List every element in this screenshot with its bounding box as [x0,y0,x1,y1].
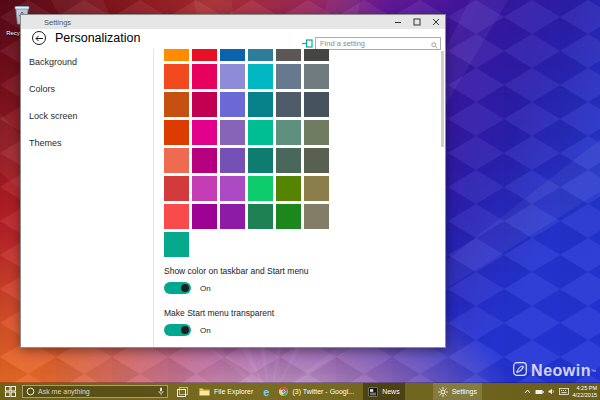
color-swatch[interactable] [192,148,217,173]
taskbar-button-label: File Explorer [214,388,253,395]
toggle-label-show-color: Show color on taskbar and Start menu [164,266,437,276]
scrollbar-thumb[interactable] [441,51,444,147]
color-swatch[interactable] [248,204,273,229]
tray-date: 4/22/2015 [573,392,597,399]
color-swatch[interactable] [248,120,273,145]
taskbar-search-placeholder: Ask me anything [38,388,158,395]
color-swatch[interactable] [164,176,189,201]
sidebar-item-background[interactable]: Background [21,49,152,76]
color-swatch[interactable] [276,49,301,61]
tray-expand-icon[interactable] [524,389,531,394]
taskbar-clock[interactable]: 4:25 PM 4/22/2015 [573,385,597,398]
toggle-label-transparent: Make Start menu transparent [164,308,437,318]
close-button[interactable] [426,15,445,29]
sidebar-divider [153,49,154,347]
titlebar[interactable]: Settings [21,15,445,29]
accent-color-palette [164,49,329,257]
taskbar-button-settings[interactable]: Settings [433,383,482,400]
color-swatch[interactable] [220,204,245,229]
color-swatch[interactable] [164,92,189,117]
color-swatch[interactable] [248,49,273,61]
close-icon [432,18,440,26]
windows-logo-icon [5,386,16,397]
color-swatch[interactable] [220,120,245,145]
color-swatch[interactable] [248,92,273,117]
color-swatch[interactable] [304,49,329,61]
color-swatch[interactable] [276,120,301,145]
color-swatch[interactable] [276,64,301,89]
color-swatch[interactable] [192,176,217,201]
maximize-button[interactable] [407,15,426,29]
taskbar-button-news[interactable]: News [363,383,405,400]
cortana-icon [26,387,35,396]
file-explorer-icon [199,387,210,396]
taskbar-button-label: (3) Twitter - Googl... [292,388,354,395]
color-swatch[interactable] [220,64,245,89]
color-swatch[interactable] [164,232,189,257]
color-swatch[interactable] [164,204,189,229]
taskbar-button-file-explorer[interactable]: File Explorer [194,383,258,400]
toggle-knob [181,326,189,334]
color-swatch[interactable] [220,92,245,117]
color-swatch[interactable] [164,64,189,89]
color-swatch[interactable] [248,64,273,89]
color-swatch[interactable] [164,49,189,61]
task-view-button[interactable] [177,387,188,397]
settings-window: Settings Personalization [20,14,446,348]
toggle-show-color[interactable] [164,282,191,294]
settings-gear-icon [438,387,448,397]
start-button[interactable] [0,383,20,400]
color-swatch[interactable] [220,49,245,61]
window-header: Personalization [21,29,445,49]
sidebar-item-colors[interactable]: Colors [21,76,152,103]
color-swatch[interactable] [276,92,301,117]
toggle-state-transparent: On [200,326,211,335]
color-swatch[interactable] [164,120,189,145]
color-swatch[interactable] [248,176,273,201]
desktop: Recycle Bin Neowin ™ Settings [0,0,600,400]
color-swatch[interactable] [164,148,189,173]
toggle-state-show-color: On [200,284,211,293]
color-swatch[interactable] [304,176,329,201]
color-swatch[interactable] [248,148,273,173]
neowin-logo-icon [513,362,527,380]
color-swatch[interactable] [276,204,301,229]
taskbar: Ask me anything File Explorer e [0,383,600,400]
color-swatch[interactable] [276,176,301,201]
color-swatch[interactable] [276,148,301,173]
touch-keyboard-icon[interactable] [559,388,569,395]
color-swatch[interactable] [192,120,217,145]
color-swatch[interactable] [220,176,245,201]
taskbar-search-box[interactable]: Ask me anything [22,385,168,398]
find-setting-searchbox[interactable] [315,32,441,45]
color-swatch[interactable] [304,92,329,117]
volume-icon[interactable] [548,388,555,395]
color-swatch[interactable] [192,64,217,89]
color-swatch[interactable] [192,49,217,61]
color-swatch[interactable] [304,64,329,89]
color-swatch[interactable] [220,148,245,173]
battery-icon[interactable] [535,389,544,395]
taskbar-button-twitter-chrome[interactable]: (3) Twitter - Googl... [274,383,359,400]
sidebar-item-themes[interactable]: Themes [21,130,152,157]
minimize-button[interactable] [388,15,407,29]
color-swatch[interactable] [304,204,329,229]
color-swatch[interactable] [192,92,217,117]
maximize-icon [413,18,421,26]
page-title: Personalization [55,31,140,45]
toggle-transparent[interactable] [164,324,191,336]
back-button[interactable] [32,31,46,45]
color-swatch[interactable] [304,148,329,173]
color-swatch[interactable] [192,204,217,229]
neowin-watermark: Neowin ™ [513,362,596,380]
taskbar-button-edge[interactable]: e [258,383,274,400]
microphone-icon[interactable] [158,387,164,396]
sidebar-item-lock-screen[interactable]: Lock screen [21,103,152,130]
chrome-icon [279,387,288,396]
taskbar-button-label: Settings [452,388,477,395]
color-swatch[interactable] [304,120,329,145]
window-title: Settings [21,18,388,27]
news-app-icon [368,387,378,397]
edge-icon: e [263,387,269,397]
task-view-icon [177,387,188,397]
